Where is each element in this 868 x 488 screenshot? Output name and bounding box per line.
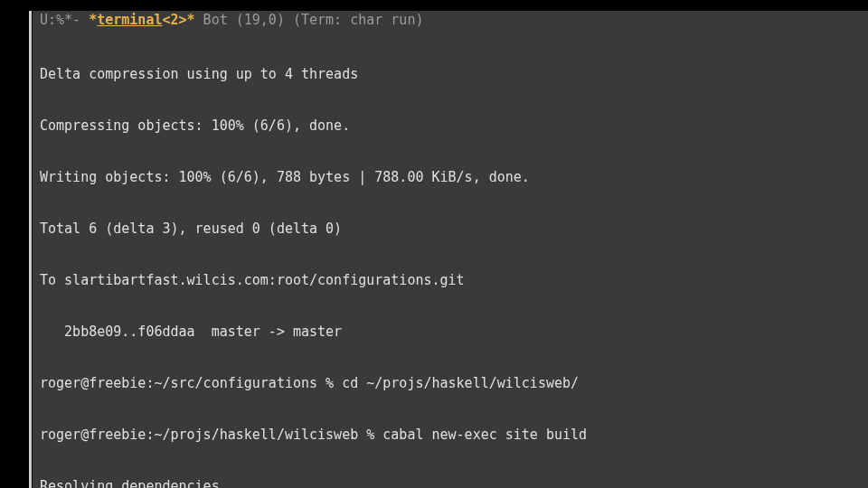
prompt-line: roger@freebie:~/src/configurations % cd … xyxy=(40,375,861,392)
output-line: To slartibartfast.wilcis.com:root/config… xyxy=(40,272,861,289)
prompt-line: roger@freebie:~/projs/haskell/wilcisweb … xyxy=(40,427,861,444)
output-line: Resolving dependencies... xyxy=(40,478,861,488)
emacs-modeline: U:%*- *terminal<2>* Bot (19,0) (Term: ch… xyxy=(33,11,868,32)
window-left-edge xyxy=(29,11,32,488)
output-line: Delta compression using up to 4 threads xyxy=(40,66,861,83)
output-line: Total 6 (delta 3), reused 0 (delta 0) xyxy=(40,221,861,238)
modeline-status: U:%*- xyxy=(40,12,89,28)
modeline-position: Bot (19,0) (Term: char run) xyxy=(195,12,424,28)
output-line: Compressing objects: 100% (6/6), done. xyxy=(40,117,861,135)
terminal-output[interactable]: Delta compression using up to 4 threads … xyxy=(33,32,868,488)
output-line: Writing objects: 100% (6/6), 788 bytes |… xyxy=(40,169,861,186)
buffer-name: *terminal<2>* xyxy=(89,12,194,28)
output-line: 2bb8e09..f06ddaa master -> master xyxy=(40,324,861,341)
terminal-window[interactable]: U:%*- *terminal<2>* Bot (19,0) (Term: ch… xyxy=(33,11,868,488)
